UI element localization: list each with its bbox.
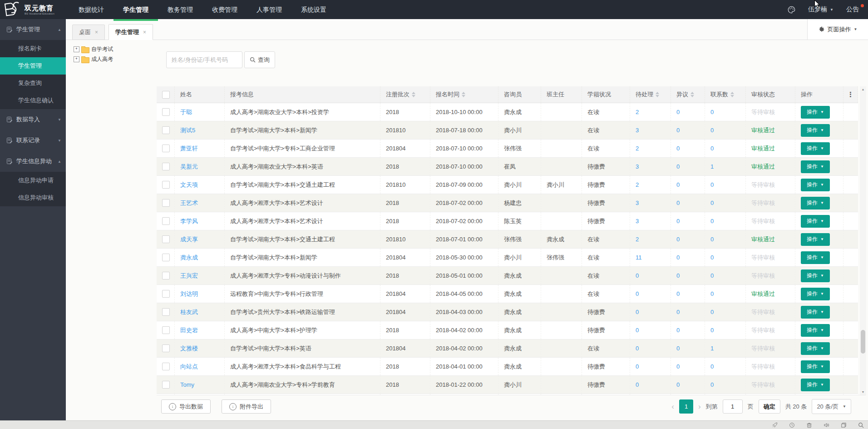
row-checkbox[interactable] xyxy=(162,344,170,352)
pending-count-link[interactable]: 0 xyxy=(630,321,671,339)
notice-link[interactable]: 公告 xyxy=(846,5,859,14)
trash-icon[interactable] xyxy=(806,422,812,428)
sidebar-group-4[interactable]: 学生信息异动▲ xyxy=(0,151,66,172)
dispute-count-link[interactable]: 0 xyxy=(671,285,705,303)
user-menu[interactable]: 伍梦楠▼ xyxy=(808,5,833,14)
contact-count-link[interactable]: 1 xyxy=(705,158,746,175)
row-action-button[interactable]: 操作▼ xyxy=(801,342,830,355)
row-checkbox[interactable] xyxy=(162,308,170,316)
row-action-button[interactable]: 操作▼ xyxy=(801,124,830,137)
row-checkbox[interactable] xyxy=(162,126,170,134)
sidebar-item-报名刷卡[interactable]: 报名刷卡 xyxy=(0,40,66,57)
search-icon[interactable] xyxy=(858,422,864,428)
nav-menu-item-4[interactable]: 收费管理 xyxy=(202,0,247,19)
page-actions-button[interactable]: 页面操作 ▼ xyxy=(807,19,868,40)
pending-count-link[interactable]: 0 xyxy=(630,358,671,375)
contact-count-link[interactable]: 0 xyxy=(705,267,746,284)
dispute-count-link[interactable]: 0 xyxy=(671,176,705,194)
close-icon[interactable]: × xyxy=(143,29,146,35)
contact-count-link[interactable]: 0 xyxy=(705,176,746,194)
page-size-select[interactable]: 20 条/页 ▼ xyxy=(812,399,851,414)
dispute-count-link[interactable]: 0 xyxy=(671,140,705,157)
sidebar-group-1[interactable]: 学生管理▲ xyxy=(0,19,66,40)
row-checkbox[interactable] xyxy=(162,381,170,389)
student-name-link[interactable]: 向站点 xyxy=(175,358,225,375)
goto-page-input[interactable] xyxy=(723,399,743,414)
contact-count-link[interactable]: 0 xyxy=(705,194,746,212)
table-scrollbar[interactable]: ▲ ▼ xyxy=(860,86,866,395)
row-action-button[interactable]: 操作▼ xyxy=(801,251,830,264)
nav-menu-item-3[interactable]: 教务管理 xyxy=(158,0,202,19)
sidebar-item-学生管理[interactable]: 学生管理 xyxy=(0,57,66,75)
row-checkbox[interactable] xyxy=(162,235,170,243)
row-action-button[interactable]: 操作▼ xyxy=(801,324,830,337)
column-settings-icon[interactable]: ⋮ xyxy=(843,86,858,103)
row-action-button[interactable]: 操作▼ xyxy=(801,160,830,173)
row-checkbox[interactable] xyxy=(162,163,170,170)
dispute-count-link[interactable]: 0 xyxy=(671,358,705,375)
student-name-link[interactable]: 王艺术 xyxy=(175,194,225,212)
scroll-up-icon[interactable]: ▲ xyxy=(860,86,866,93)
pending-count-link[interactable]: 0 xyxy=(630,267,671,284)
student-name-link[interactable]: 王兴宏 xyxy=(175,267,225,284)
pending-count-link[interactable]: 0 xyxy=(630,339,671,357)
dispute-count-link[interactable]: 0 xyxy=(671,194,705,212)
tab-1[interactable]: 桌面× xyxy=(72,25,105,40)
dispute-count-link[interactable]: 0 xyxy=(671,376,705,394)
row-action-button[interactable]: 操作▼ xyxy=(801,379,830,391)
volume-icon[interactable] xyxy=(823,422,829,428)
contact-count-link[interactable]: 0 xyxy=(705,103,746,121)
dispute-count-link[interactable]: 0 xyxy=(671,121,705,139)
contact-count-link[interactable]: 0 xyxy=(705,358,746,375)
student-name-link[interactable]: 文天项 xyxy=(175,176,225,194)
student-name-link[interactable]: 吴新元 xyxy=(175,158,225,175)
student-name-link[interactable]: 成天享 xyxy=(175,230,225,248)
contact-count-link[interactable]: 0 xyxy=(705,249,746,266)
pending-count-link[interactable]: 3 xyxy=(630,158,671,175)
row-action-button[interactable]: 操作▼ xyxy=(801,106,830,119)
row-checkbox[interactable] xyxy=(162,363,170,370)
prev-page-button[interactable]: ‹ xyxy=(671,403,674,410)
pending-count-link[interactable]: 0 xyxy=(630,376,671,394)
row-checkbox[interactable] xyxy=(162,326,170,334)
rocket-icon[interactable] xyxy=(771,422,778,428)
history-icon[interactable] xyxy=(789,422,795,428)
pending-count-link[interactable]: 3 xyxy=(630,121,671,139)
contact-count-link[interactable]: 0 xyxy=(705,121,746,139)
sidebar-item-信息异动申请[interactable]: 信息异动申请 xyxy=(0,172,66,189)
student-name-link[interactable]: 于聪 xyxy=(175,103,225,121)
pending-count-link[interactable]: 2 xyxy=(630,103,671,121)
sidebar-item-学生信息确认[interactable]: 学生信息确认 xyxy=(0,92,66,109)
row-checkbox[interactable] xyxy=(162,199,170,207)
row-checkbox[interactable] xyxy=(162,217,170,225)
scrollbar-thumb[interactable] xyxy=(861,330,865,354)
sidebar-item-复杂查询[interactable]: 复杂查询 xyxy=(0,75,66,92)
student-name-link[interactable]: 龚永成 xyxy=(175,249,225,266)
select-all-checkbox[interactable] xyxy=(162,91,170,99)
student-name-link[interactable]: 桂友武 xyxy=(175,303,225,321)
dispute-count-link[interactable]: 0 xyxy=(671,321,705,339)
sort-icon[interactable] xyxy=(656,90,659,99)
sidebar-group-2[interactable]: 数据导入▼ xyxy=(0,109,66,130)
nav-menu-item-6[interactable]: 系统设置 xyxy=(291,0,336,19)
tab-2[interactable]: 学生管理× xyxy=(108,24,153,40)
row-checkbox[interactable] xyxy=(162,254,170,261)
tree-node-2[interactable]: +成人高考 xyxy=(74,55,155,63)
student-name-link[interactable]: 李学风 xyxy=(175,212,225,230)
page-number-button[interactable]: 1 xyxy=(679,399,693,414)
pending-count-link[interactable]: 2 xyxy=(630,230,671,248)
nav-menu-item-1[interactable]: 数据统计 xyxy=(69,0,113,19)
dispute-count-link[interactable]: 0 xyxy=(671,158,705,175)
pending-count-link[interactable]: 2 xyxy=(630,176,671,194)
row-action-button[interactable]: 操作▼ xyxy=(801,142,830,155)
dispute-count-link[interactable]: 0 xyxy=(671,267,705,284)
sort-icon[interactable] xyxy=(730,90,734,99)
nav-menu-item-2[interactable]: 学生管理 xyxy=(113,0,158,19)
theme-palette-icon[interactable] xyxy=(788,6,795,14)
row-action-button[interactable]: 操作▼ xyxy=(801,269,830,282)
student-name-link[interactable]: 田史岩 xyxy=(175,321,225,339)
row-action-button[interactable]: 操作▼ xyxy=(801,215,830,228)
sort-icon[interactable] xyxy=(690,90,694,99)
row-action-button[interactable]: 操作▼ xyxy=(801,233,830,246)
row-checkbox[interactable] xyxy=(162,272,170,279)
